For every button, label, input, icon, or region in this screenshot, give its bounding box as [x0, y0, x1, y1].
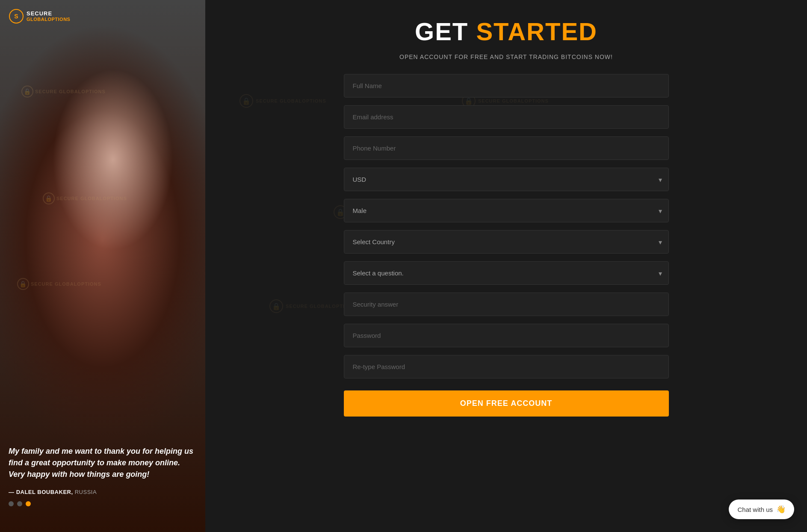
logo-icon: S [9, 9, 24, 24]
security-question-field: Select a question. What is your mother's… [344, 261, 669, 285]
email-input[interactable] [344, 105, 669, 129]
form-container: GET STARTED OPEN ACCOUNT FOR FREE AND ST… [344, 17, 669, 417]
left-panel: 🔒 SECURE GLOBALOPTIONS 🔒 SECURE GLOBALOP… [0, 0, 205, 532]
security-question-select[interactable]: Select a question. What is your mother's… [344, 261, 669, 285]
chat-widget[interactable]: Chat with us 👋 [729, 499, 794, 519]
logo-secure: SECURE [27, 11, 70, 17]
svg-text:S: S [14, 13, 18, 20]
page-title: GET STARTED [344, 17, 669, 46]
dot-3[interactable] [26, 501, 31, 506]
testimonial-author: — DALEL BOUBAKER, RUSSIA [9, 489, 197, 495]
security-answer-field [344, 293, 669, 316]
rwm-icon: 🔒 [269, 299, 283, 313]
title-get: GET [415, 18, 476, 45]
submit-button[interactable]: OPEN FREE ACCOUNT [344, 390, 669, 417]
dot-2[interactable] [17, 501, 22, 506]
password-field [344, 324, 669, 347]
security-answer-input[interactable] [344, 293, 669, 316]
full-name-input[interactable] [344, 74, 669, 98]
phone-input[interactable] [344, 136, 669, 160]
testimonial-area: My family and me want to thank you for h… [9, 446, 197, 506]
retype-password-field [344, 355, 669, 378]
logo-text: SECURE GLOBALOPTIONS [27, 11, 70, 22]
gender-select[interactable]: Male Female Other [344, 199, 669, 222]
logo-global: GLOBALOPTIONS [27, 17, 70, 22]
chat-label: Chat with us [737, 506, 773, 513]
password-input[interactable] [344, 324, 669, 347]
rwm-icon: 🔒 [239, 94, 253, 108]
chat-emoji-icon: 👋 [776, 505, 786, 514]
title-started: STARTED [476, 18, 597, 45]
retype-password-input[interactable] [344, 355, 669, 378]
full-name-field [344, 74, 669, 98]
right-panel: 🔒 SECURE GLOBALOPTIONS 🔒 SECURE GLOBALOP… [205, 0, 807, 532]
currency-select[interactable]: USD EUR GBP BTC [344, 168, 669, 191]
email-field [344, 105, 669, 129]
testimonial-country: RUSSIA [75, 489, 97, 495]
dot-1[interactable] [9, 501, 14, 506]
testimonial-dots [9, 501, 197, 506]
country-field: Select Country United States United King… [344, 230, 669, 254]
gender-field: Male Female Other [344, 199, 669, 222]
testimonial-text: My family and me want to thank you for h… [9, 446, 197, 480]
phone-field [344, 136, 669, 160]
country-select[interactable]: Select Country United States United King… [344, 230, 669, 254]
logo-area: S SECURE GLOBALOPTIONS [9, 9, 70, 24]
rwm-text: SECURE GLOBALOPTIONS [256, 98, 326, 103]
currency-field: USD EUR GBP BTC [344, 168, 669, 191]
page-subtitle: OPEN ACCOUNT FOR FREE AND START TRADING … [344, 53, 669, 60]
